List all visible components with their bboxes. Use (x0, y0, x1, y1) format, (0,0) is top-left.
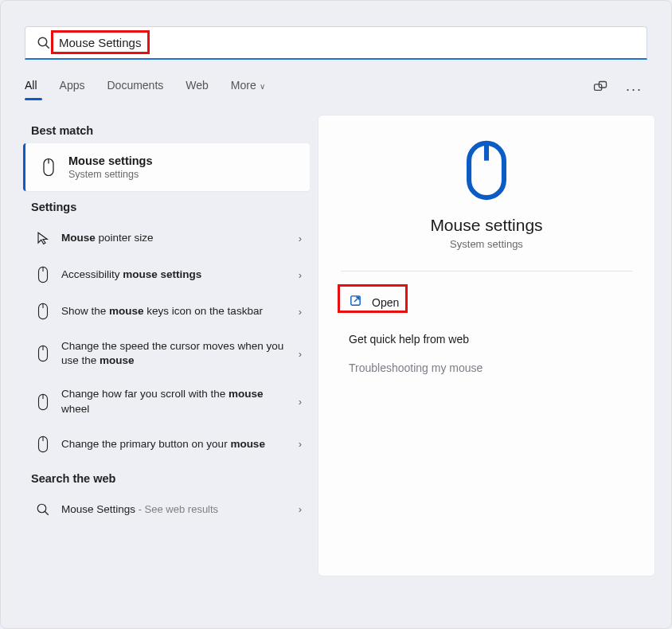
chevron-right-icon: › (299, 269, 302, 281)
result-mouse-pointer-size[interactable]: Mouse pointer size › (23, 220, 310, 256)
tab-more[interactable]: More∨ (231, 79, 265, 100)
best-match-title: Mouse settings (68, 154, 153, 167)
mouse-icon (33, 345, 53, 362)
chevron-right-icon: › (299, 503, 302, 515)
svg-line-17 (45, 511, 49, 515)
mouse-icon (40, 158, 57, 177)
troubleshoot-link[interactable]: Troubleshooting my mouse (349, 361, 632, 374)
best-match-subtitle: System settings (68, 169, 153, 180)
tab-apps[interactable]: Apps (60, 79, 85, 100)
result-primary-button[interactable]: Change the primary button on your mouse … (23, 426, 310, 463)
result-scroll-wheel[interactable]: Change how far you scroll with the mouse… (23, 377, 310, 425)
search-icon (37, 36, 51, 50)
section-search-web: Search the web (31, 472, 310, 485)
tab-all[interactable]: All (25, 79, 37, 100)
preview-pane: Mouse settings System settings Open Get … (318, 115, 655, 576)
mouse-icon (33, 266, 53, 283)
tab-documents[interactable]: Documents (107, 79, 163, 100)
chevron-right-icon: › (299, 306, 302, 318)
quick-help-link[interactable]: Get quick help from web (349, 333, 632, 346)
svg-point-0 (38, 37, 47, 46)
preview-title: Mouse settings (430, 216, 542, 235)
result-web-search[interactable]: Mouse Settings - See web results › (23, 491, 310, 528)
chat-icon[interactable] (592, 80, 608, 99)
chevron-right-icon: › (299, 232, 302, 244)
result-accessibility-mouse[interactable]: Accessibility mouse settings › (23, 256, 310, 293)
result-label: Show the mouse keys icon on the taskbar (61, 304, 294, 318)
result-label: Mouse Settings - See web results (61, 502, 294, 517)
result-label: Change how far you scroll with the mouse… (61, 387, 294, 416)
overflow-menu-button[interactable]: ··· (626, 81, 643, 98)
result-cursor-speed[interactable]: Change the speed the cursor moves when y… (23, 330, 310, 377)
open-label: Open (372, 296, 399, 309)
results-list: Best match Mouse settings System setting… (23, 115, 310, 576)
tab-more-label: More (231, 79, 256, 92)
pointer-icon (33, 229, 53, 247)
chevron-down-icon: ∨ (260, 82, 265, 91)
open-external-icon (349, 294, 362, 311)
mouse-icon (33, 393, 53, 411)
chevron-right-icon: › (299, 396, 302, 408)
chevron-right-icon: › (299, 348, 302, 360)
search-input[interactable] (59, 36, 635, 49)
open-button[interactable]: Open (341, 287, 407, 317)
mouse-icon (33, 436, 53, 453)
result-mouse-keys-icon[interactable]: Show the mouse keys icon on the taskbar … (23, 293, 310, 330)
result-label: Change the speed the cursor moves when y… (61, 339, 294, 368)
best-match-result[interactable]: Mouse settings System settings (23, 143, 310, 191)
result-label: Change the primary button on your mouse (61, 437, 294, 451)
preview-subtitle: System settings (450, 238, 523, 250)
svg-point-16 (37, 504, 46, 513)
mouse-icon (33, 303, 53, 320)
mouse-icon-large (463, 139, 510, 205)
search-icon (33, 501, 53, 518)
result-label: Mouse pointer size (61, 231, 294, 245)
tab-web[interactable]: Web (186, 79, 209, 100)
result-label: Accessibility mouse settings (61, 268, 294, 282)
divider (341, 271, 632, 272)
active-tab-indicator (25, 98, 42, 100)
chevron-right-icon: › (299, 438, 302, 450)
svg-line-1 (45, 45, 49, 49)
filter-tabs: All Apps Documents Web More∨ ··· (25, 79, 647, 100)
section-settings: Settings (31, 201, 310, 213)
search-bar[interactable] (25, 26, 647, 60)
section-best-match: Best match (31, 124, 310, 137)
